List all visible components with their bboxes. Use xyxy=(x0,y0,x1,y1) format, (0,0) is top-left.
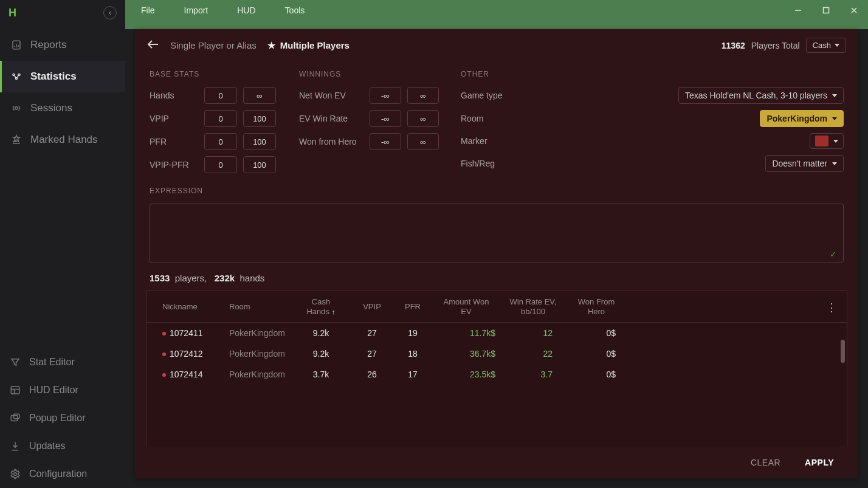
base-stat-label: VPIP xyxy=(150,114,204,123)
expression-input[interactable]: ✓ xyxy=(150,204,844,263)
base-stat-max-input[interactable]: ∞ xyxy=(243,87,276,104)
svg-point-2 xyxy=(18,74,20,76)
marker-dot-icon xyxy=(162,332,166,335)
star-icon: ★ xyxy=(267,40,275,51)
sidebar-item-configuration[interactable]: Configuration xyxy=(0,460,125,488)
fish-reg-dropdown[interactable]: Doesn't matter xyxy=(765,155,844,172)
table-header-cell[interactable]: Win Rate EV,bb/100 xyxy=(501,297,565,316)
sidebar-item-label: Configuration xyxy=(29,469,87,479)
window-close-button[interactable] xyxy=(840,0,868,21)
sidebar: H ‹ Reports Statistics Sessions xyxy=(0,0,125,488)
sidebar-item-label: HUD Editor xyxy=(29,385,78,396)
base-stats-title: BASE STATS xyxy=(150,70,283,78)
summary-players-label: players, xyxy=(175,273,207,283)
base-stat-min-input[interactable]: 0 xyxy=(204,87,237,104)
cash-dropdown[interactable]: Cash xyxy=(806,38,846,53)
room-dropdown[interactable]: PokerKingdom xyxy=(760,110,844,127)
base-stat-min-input[interactable]: 0 xyxy=(204,110,237,127)
cell-pfr: 18 xyxy=(394,349,431,359)
sidebar-nav-top: Reports Statistics Sessions Marked Hands xyxy=(0,29,125,156)
summary-hands-count: 232k xyxy=(215,273,235,283)
menu-tools[interactable]: Tools xyxy=(285,5,305,15)
game-type-label: Game type xyxy=(461,91,517,100)
winnings-max-input[interactable]: ∞ xyxy=(407,87,439,104)
table-header-cell[interactable]: VPIP xyxy=(350,302,394,312)
winnings-min-input[interactable]: -∞ xyxy=(370,110,401,127)
base-stat-label: PFR xyxy=(150,137,204,146)
filters-section: BASE STATS Hands 0 ∞ VPIP 0 100 PFR 0 10… xyxy=(135,61,858,184)
table-row[interactable]: 1072411 PokerKingdom 9.2k 27 19 11.7k$ 1… xyxy=(146,323,847,343)
base-stat-min-input[interactable]: 0 xyxy=(204,133,237,150)
chevron-down-icon xyxy=(832,162,837,165)
sidebar-item-popup-editor[interactable]: Popup Editor xyxy=(0,404,125,432)
cell-amount-won-ev: 23.5k$ xyxy=(431,369,501,379)
table-header-cell[interactable]: CashHands↑ xyxy=(292,297,350,316)
cell-won-from-hero: 0$ xyxy=(565,369,628,379)
cell-pfr: 17 xyxy=(394,369,431,379)
window-minimize-button[interactable] xyxy=(784,0,812,21)
sessions-icon xyxy=(10,103,23,114)
tab-multiple-players[interactable]: ★ Multiple Players xyxy=(267,40,350,51)
winnings-min-input[interactable]: -∞ xyxy=(370,133,401,150)
report-icon xyxy=(10,40,23,50)
card-footer: CLEAR APPLY xyxy=(135,447,858,478)
base-stat-max-input[interactable]: 100 xyxy=(243,110,276,127)
check-icon: ✓ xyxy=(830,249,837,259)
table-header-cell[interactable]: Nickname xyxy=(162,302,229,312)
sidebar-item-reports[interactable]: Reports xyxy=(0,29,125,61)
sidebar-item-stat-editor[interactable]: Stat Editor xyxy=(0,348,125,376)
svg-point-3 xyxy=(16,78,18,80)
svg-point-8 xyxy=(14,473,17,476)
base-stat-row: VPIP 0 100 xyxy=(150,110,283,127)
winnings-min-input[interactable]: -∞ xyxy=(370,87,401,104)
table-header-cell[interactable]: Room xyxy=(229,302,292,312)
apply-button[interactable]: APPLY xyxy=(805,458,834,467)
game-type-dropdown[interactable]: Texas Hold'em NL Cash, 3-10 players xyxy=(678,87,844,104)
chevron-down-icon xyxy=(832,94,837,97)
app-logo-icon: H xyxy=(9,7,16,19)
room-label: Room xyxy=(461,114,517,123)
marked-hands-icon xyxy=(10,134,23,145)
table-header-cell[interactable]: PFR xyxy=(394,302,431,312)
collapse-sidebar-button[interactable]: ‹ xyxy=(103,6,117,19)
back-arrow-icon[interactable] xyxy=(147,40,159,51)
sidebar-item-label: Popup Editor xyxy=(29,413,86,424)
cell-room: PokerKingdom xyxy=(229,349,292,359)
sidebar-item-hud-editor[interactable]: HUD Editor xyxy=(0,376,125,404)
table-header: NicknameRoomCashHands↑VPIPPFRAmount WonE… xyxy=(146,291,847,323)
sidebar-item-sessions[interactable]: Sessions xyxy=(0,92,125,124)
menu-import[interactable]: Import xyxy=(184,5,208,15)
base-stat-max-input[interactable]: 100 xyxy=(243,133,276,150)
tab-label: Multiple Players xyxy=(280,40,350,50)
winnings-row: EV Win Rate -∞ ∞ xyxy=(299,110,445,127)
cell-vpip: 26 xyxy=(350,369,394,379)
cell-amount-won-ev: 11.7k$ xyxy=(431,328,501,338)
cell-cash-hands: 9.2k xyxy=(292,328,350,338)
menu-hud[interactable]: HUD xyxy=(237,5,255,15)
menu-file[interactable]: File xyxy=(141,5,155,15)
base-stat-max-input[interactable]: 100 xyxy=(243,156,276,173)
expression-title: EXPRESSION xyxy=(150,187,844,195)
summary-line: 1533 players, 232k hands xyxy=(135,266,858,287)
sidebar-item-statistics[interactable]: Statistics xyxy=(0,61,125,92)
winnings-title: WINNINGS xyxy=(299,70,445,78)
winnings-max-input[interactable]: ∞ xyxy=(407,110,439,127)
base-stat-min-input[interactable]: 0 xyxy=(204,156,237,173)
clear-button[interactable]: CLEAR xyxy=(751,458,780,467)
cell-win-rate-ev: 3.7 xyxy=(501,369,565,379)
cell-won-from-hero: 0$ xyxy=(565,349,628,359)
sidebar-item-marked-hands[interactable]: Marked Hands xyxy=(0,124,125,156)
table-row[interactable]: 1072412 PokerKingdom 9.2k 27 18 36.7k$ 2… xyxy=(146,343,847,364)
sidebar-item-updates[interactable]: Updates xyxy=(0,432,125,460)
marker-dropdown[interactable] xyxy=(810,133,844,149)
tab-single-player[interactable]: Single Player or Alias xyxy=(170,40,257,50)
table-row[interactable]: 1072414 PokerKingdom 3.7k 26 17 23.5k$ 3… xyxy=(146,364,847,385)
svg-rect-5 xyxy=(11,387,19,394)
table-menu-button[interactable]: ⋮ xyxy=(826,301,837,314)
table-header-cell[interactable]: Amount WonEV xyxy=(431,297,501,316)
scrollbar-thumb[interactable] xyxy=(841,340,845,363)
winnings-label: Net Won EV xyxy=(299,91,370,100)
window-maximize-button[interactable] xyxy=(812,0,840,21)
winnings-max-input[interactable]: ∞ xyxy=(407,133,439,150)
table-header-cell[interactable]: Won FromHero xyxy=(565,297,628,316)
